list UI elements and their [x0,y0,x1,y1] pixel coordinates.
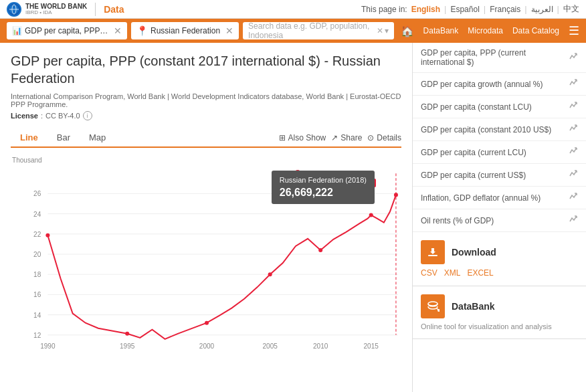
indicator-label-1: GDP per capita growth (annual %) [421,80,565,89]
tab-bar[interactable]: Bar [47,128,80,146]
x-tick-2010: 2010 [313,342,328,350]
indicator-icon-2 [569,101,578,112]
logo-subtitle: IBRD • IDA [25,10,87,16]
logo-data: Data [104,4,124,15]
nav-microdata[interactable]: Microdata [468,26,503,35]
home-icon[interactable]: 🏠 [401,25,414,37]
indicator-item-7[interactable]: Oil rents (% of GDP) [413,209,586,232]
lang-francais[interactable]: Français [490,5,520,14]
search-clear-icon[interactable]: ✕ [377,26,383,35]
license-row: License: CC BY-4.0 i [11,111,401,120]
databank-desc: Online tool for visualization and analys… [421,322,578,330]
svg-marker-20 [430,248,433,254]
top-bar: THE WORLD BANK IBRD • IDA Data This page… [0,0,586,19]
indicator-icon-5 [569,169,578,181]
svg-rect-19 [428,255,437,256]
y-tick-26: 26 [33,190,41,197]
databank-card: DataBank Online tool for visualization a… [413,286,586,339]
details-button[interactable]: ⊙ Details [367,133,401,142]
download-csv[interactable]: CSV [421,268,437,278]
download-excel[interactable]: EXCEL [467,268,493,278]
nav-datacatalog[interactable]: Data Catalog [512,26,559,35]
dot-1990 [45,233,50,237]
indicator-icon-4 [569,146,578,158]
indicator-item-4[interactable]: GDP per capita (current LCU) [413,141,586,164]
download-card: Download CSV XML EXCEL [413,232,586,286]
svg-point-22 [428,302,437,306]
tooltip: Russian Federation (2018) 26,669,222 [272,171,375,204]
nav-right: 🏠 DataBank Microdata Data Catalog ☰ [401,23,579,38]
chart-container: LABEL RUSSIAN FEDERATION Thousand 12 14 … [11,151,401,358]
pill-indicator[interactable]: 📊 GDP per capita, PPP (co... ✕ [7,22,127,39]
indicator-label-7: Oil rents (% of GDP) [421,216,565,225]
details-label: Details [377,133,401,142]
details-icon: ⊙ [367,133,374,142]
search-placeholder: Search data e.g. GDP, population, Indone… [248,21,374,40]
logo-title: THE WORLD BANK [25,3,87,10]
indicator-item-1[interactable]: GDP per capita growth (annual %) [413,73,586,96]
indicator-item-5[interactable]: GDP per capita (current US$) [413,164,586,187]
lang-chinese[interactable]: 中文 [563,3,579,15]
share-icon: ↗ [331,133,338,142]
y-tick-12: 12 [33,332,41,339]
y-axis-thousand: Thousand [12,157,42,164]
nav-bar: 📊 GDP per capita, PPP (co... ✕ 📍 Russian… [0,19,586,43]
y-tick-24: 24 [33,211,41,218]
dot-2010 [318,248,322,252]
lang-espanol[interactable]: Español [450,5,479,14]
databank-icon [421,294,445,318]
download-xml[interactable]: XML [444,268,461,278]
pill-indicator-close[interactable]: ✕ [114,25,122,36]
indicator-icon-0 [569,52,578,64]
dot-2000 [205,321,209,325]
chart-actions: ⊞ Also Show ↗ Share ⊙ Details [279,133,401,142]
left-panel: GDP per capita, PPP (constant 2017 inter… [0,43,412,392]
logo-globe-icon [7,2,21,17]
indicator-item-6[interactable]: Inflation, GDP deflator (annual %) [413,187,586,209]
indicator-label-2: GDP per capita (constant LCU) [421,102,565,112]
pill-country[interactable]: 📍 Russian Federation ✕ [131,22,239,39]
databank-title: DataBank [452,301,495,312]
dot-2005 [268,272,272,276]
search-input[interactable]: Search data e.g. GDP, population, Indone… [243,22,394,39]
license-info-icon[interactable]: i [83,111,92,120]
tooltip-value: 26,669,222 [280,187,367,199]
indicator-label-0: GDP per capita, PPP (current internation… [421,48,565,67]
dot-2015 [369,213,373,217]
x-tick-2000: 2000 [199,342,215,350]
lang-english[interactable]: English [411,5,440,14]
pill-indicator-label: GDP per capita, PPP (co... [25,26,108,35]
chart-subtitle: International Comparison Program, World … [11,92,401,108]
content-area: GDP per capita, PPP (constant 2017 inter… [0,43,586,392]
also-show-button[interactable]: ⊞ Also Show [279,133,326,142]
x-tick-2015: 2015 [364,342,379,350]
download-header: Download [421,240,578,264]
nav-menu-icon[interactable]: ☰ [569,23,579,38]
download-links: CSV XML EXCEL [421,268,578,278]
tab-map[interactable]: Map [80,128,115,146]
pill-indicator-icon: 📊 [12,26,22,35]
breadcrumb-pills: 📊 GDP per capita, PPP (co... ✕ 📍 Russian… [7,22,394,39]
y-tick-14: 14 [33,312,41,319]
dot-1995 [125,332,129,336]
tab-line[interactable]: Line [11,128,47,148]
lang-arabic[interactable]: العربية [531,5,553,14]
indicator-item-0[interactable]: GDP per capita, PPP (current internation… [413,43,586,73]
chart-title: GDP per capita, PPP (constant 2017 inter… [11,52,401,87]
share-button[interactable]: ↗ Share [331,133,362,142]
indicator-icon-1 [569,78,578,90]
share-label: Share [340,133,362,142]
this-page-label: This page in: [361,5,407,14]
nav-databank[interactable]: DataBank [423,26,459,35]
databank-header: DataBank [421,294,578,318]
pill-country-close[interactable]: ✕ [225,25,233,36]
x-tick-1990: 1990 [40,342,56,350]
search-dropdown-icon[interactable]: ▾ [385,26,389,35]
svg-marker-21 [433,248,435,254]
indicator-label-5: GDP per capita (current US$) [421,171,565,180]
y-tick-16: 16 [33,291,41,298]
indicator-item-3[interactable]: GDP per capita (constant 2010 US$) [413,118,586,141]
indicator-item-2[interactable]: GDP per capita (constant LCU) [413,96,586,118]
also-show-icon: ⊞ [279,133,286,142]
language-bar: This page in: English | Español | França… [361,3,579,15]
